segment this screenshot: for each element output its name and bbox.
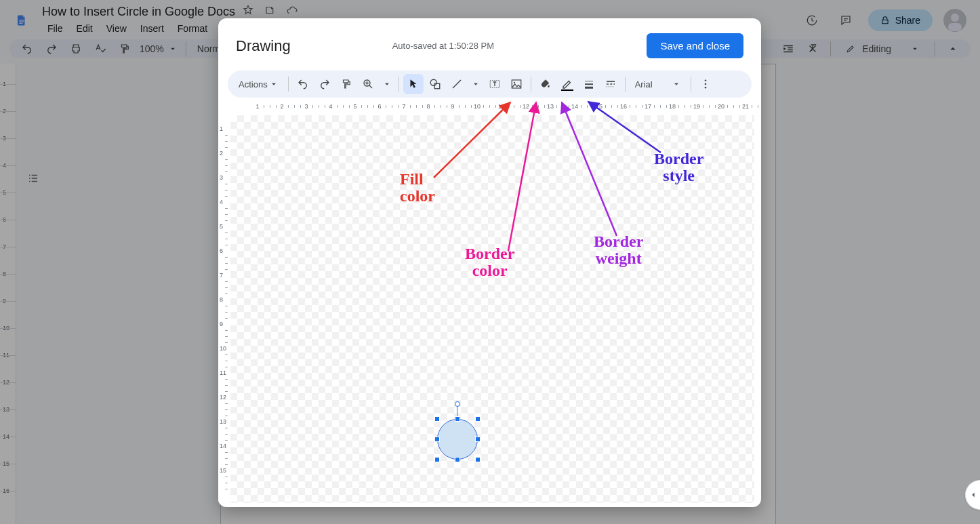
svg-point-14 (704, 87, 706, 89)
zoom-dropdown-icon[interactable] (380, 74, 394, 94)
separator (691, 77, 691, 92)
svg-point-12 (704, 79, 706, 81)
border-color-icon[interactable] (557, 74, 577, 94)
border-dash-icon[interactable] (600, 74, 621, 94)
annotation-border-style: Border style (654, 150, 703, 184)
more-options-icon[interactable] (695, 74, 716, 94)
line-dropdown-icon[interactable] (468, 74, 483, 94)
border-color-swatch (561, 89, 573, 91)
separator (531, 77, 531, 92)
selection-handle-nw[interactable] (434, 416, 440, 422)
font-family-select[interactable]: Arial (630, 79, 687, 89)
svg-rect-5 (434, 83, 440, 89)
drawing-vertical-ruler: 123456789101112131415 (218, 115, 230, 503)
actions-menu[interactable]: Actions (233, 74, 284, 94)
annotation-border-weight: Border weight (594, 233, 643, 267)
border-weight-icon[interactable] (579, 74, 599, 94)
svg-rect-7 (512, 80, 521, 88)
annotation-border-color: Border color (465, 245, 514, 279)
line-tool-icon[interactable] (447, 74, 467, 94)
svg-point-4 (430, 79, 436, 85)
svg-rect-11 (585, 87, 593, 89)
selection-handle-se[interactable] (475, 457, 481, 462)
drawing-horizontal-ruler: 123456789101112131415161718192021 (230, 103, 754, 115)
undo-icon[interactable] (293, 74, 313, 94)
image-tool-icon[interactable] (506, 74, 527, 94)
drawing-toolbar: Actions Arial (228, 70, 752, 98)
paint-format-icon[interactable] (336, 74, 356, 94)
separator (625, 77, 626, 92)
circle-shape[interactable] (437, 419, 478, 460)
svg-point-8 (514, 82, 515, 83)
select-tool-icon[interactable] (403, 74, 424, 94)
svg-rect-9 (585, 81, 593, 82)
fill-color-icon[interactable] (535, 74, 556, 94)
selection-handle-sw[interactable] (434, 457, 440, 462)
selection-handle-w[interactable] (434, 437, 440, 442)
rotate-handle[interactable] (455, 401, 460, 407)
dialog-title: Drawing (236, 37, 291, 55)
autosave-status: Auto-saved at 1:50:28 PM (392, 41, 494, 51)
selection-handle-s[interactable] (455, 457, 460, 462)
annotation-fill-color: Fill color (400, 171, 435, 205)
zoom-tool-icon[interactable] (358, 74, 378, 94)
shape-tool-icon[interactable] (425, 74, 445, 94)
selection-handle-n[interactable] (455, 416, 460, 422)
font-family-label: Arial (635, 79, 653, 89)
selection-handle-e[interactable] (475, 437, 481, 442)
redo-icon[interactable] (314, 74, 335, 94)
svg-rect-10 (585, 83, 593, 85)
text-box-tool-icon[interactable] (485, 74, 505, 94)
save-and-close-button[interactable]: Save and close (647, 33, 743, 58)
actions-label: Actions (239, 79, 268, 89)
selection-handle-ne[interactable] (475, 416, 481, 422)
separator (399, 77, 399, 92)
svg-point-13 (704, 83, 706, 85)
separator (288, 77, 289, 92)
